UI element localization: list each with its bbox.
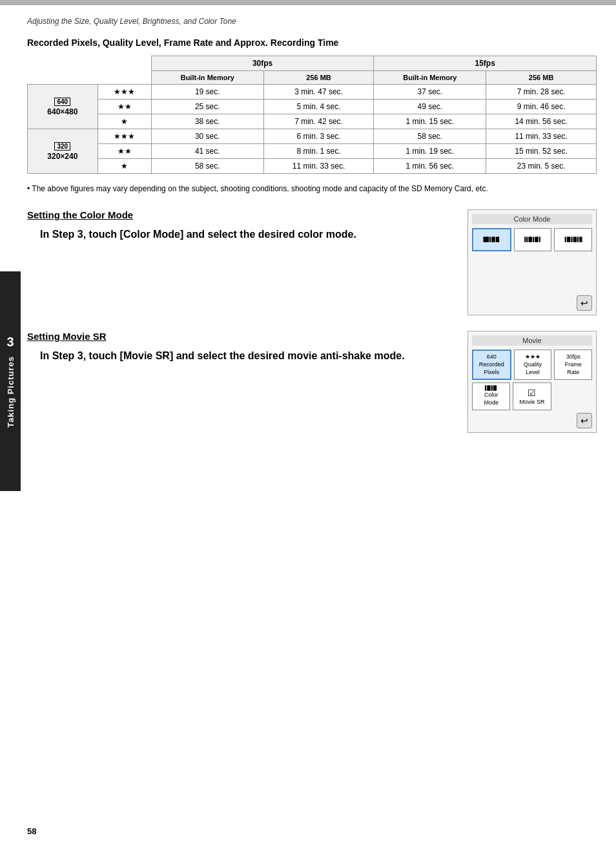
cell-640-1-3: 9 min. 46 sec. (486, 100, 597, 114)
page-subtitle: Adjusting the Size, Quality Level, Brigh… (27, 17, 597, 26)
cell-640-2-1: 7 min. 42 sec. (263, 114, 374, 129)
stars-640-2: ★ (98, 114, 151, 129)
color-mode-instruction: In Step 3, touch [Color Mode] and select… (40, 227, 455, 242)
frame-rate-line2: Frame (565, 361, 582, 369)
quality-level-line2: Quality (524, 361, 542, 369)
movie-sr-label: Movie SR (519, 399, 544, 406)
recorded-pixels-line3: Pixels (484, 369, 499, 377)
main-content: Adjusting the Size, Quality Level, Brigh… (27, 5, 597, 433)
cell-640-0-1: 3 min. 47 sec. (263, 85, 374, 100)
cell-320-0-3: 11 min. 33 sec. (486, 129, 597, 144)
quality-level-btn[interactable]: ★★★ Quality Level (514, 350, 552, 380)
barcode-icon-3: ▌█▌▌█▌▌█ (565, 237, 582, 243)
quality-level-stars: ★★★ (525, 353, 540, 361)
cell-640-1-0: 25 sec. (151, 100, 263, 114)
movie-top-row: 640 Recorded Pixels ★★★ Quality Level 30… (472, 350, 592, 380)
cell-640-2-0: 38 sec. (151, 114, 263, 129)
cell-640-0-0: 19 sec. (151, 85, 263, 100)
recorded-pixels-line1: 640 (487, 353, 497, 361)
stars-320-2: ★ (98, 159, 151, 174)
color-mode-movie-line1: Color (484, 392, 498, 399)
cell-320-0-1: 6 min. 3 sec. (263, 129, 374, 144)
color-mode-movie-line2: Mode (484, 399, 498, 407)
cell-640-2-3: 14 min. 56 sec. (486, 114, 597, 129)
cell-640-0-3: 7 min. 28 sec. (486, 85, 597, 100)
movie-back-row: ↩ (472, 413, 592, 428)
color-mode-section: Setting the Color Mode In Step 3, touch … (27, 209, 597, 315)
movie-sr-heading: Setting Movie SR (27, 331, 455, 342)
cell-320-1-2: 1 min. 19 sec. (374, 144, 486, 159)
table-note: The above figures may vary depending on … (27, 183, 597, 195)
page-number: 58 (27, 826, 36, 836)
stars-640-0: ★★★ (98, 85, 151, 100)
top-bar (0, 0, 616, 5)
frame-rate-line1: 30fps (566, 353, 580, 361)
color-mode-movie-btn[interactable]: ▌█▌▌█▌ Color Mode (472, 383, 510, 410)
fps30-header: 30fps (151, 56, 374, 71)
movie-sr-text: Setting Movie SR In Step 3, touch [Movie… (27, 331, 455, 364)
cell-640-0-2: 37 sec. (374, 85, 486, 100)
cell-320-1-3: 15 min. 52 sec. (486, 144, 597, 159)
color-mode-back-button[interactable]: ↩ (577, 295, 592, 311)
frame-rate-btn[interactable]: 30fps Frame Rate (554, 350, 592, 380)
barcode-icon-2: ▌▌█▌▌█▌▌ (524, 237, 541, 243)
cell-640-1-1: 5 min. 4 sec. (263, 100, 374, 114)
movie-panel-title: Movie (472, 335, 592, 346)
cell-320-2-3: 23 min. 5 sec. (486, 159, 597, 174)
row-label-320: 320320×240 (28, 129, 98, 174)
cell-320-2-1: 11 min. 33 sec. (263, 159, 374, 174)
row-label-640: 640640×480 (28, 85, 98, 129)
movie-back-button[interactable]: ↩ (577, 413, 592, 428)
movie-sr-panel: Movie 640 Recorded Pixels ★★★ Quality Le… (467, 331, 597, 433)
color-btn-3[interactable]: ▌█▌▌█▌▌█ (554, 228, 592, 251)
cell-640-2-2: 1 min. 15 sec. (374, 114, 486, 129)
recorded-pixels-line2: Recorded (479, 361, 504, 369)
quality-level-line3: Level (526, 369, 540, 377)
recording-time-table: 30fps 15fps Built-in Memory 256 MB Built… (27, 56, 597, 174)
table-section-heading: Recorded Pixels, Quality Level, Frame Ra… (27, 37, 597, 48)
256mb-15fps: 256 MB (486, 71, 597, 85)
stars-640-1: ★★ (98, 100, 151, 114)
color-mode-spacer (472, 254, 592, 293)
chapter-title: Taking Pictures (6, 356, 15, 428)
builtin-memory-30fps: Built-in Memory (151, 71, 263, 85)
frame-rate-line3: Rate (567, 369, 579, 377)
color-btn-1[interactable]: ██▌▌█▌█▌ (472, 228, 511, 251)
stars-320-0: ★★★ (98, 129, 151, 144)
recorded-pixels-btn[interactable]: 640 Recorded Pixels (472, 350, 511, 380)
cell-320-1-1: 8 min. 1 sec. (263, 144, 374, 159)
color-mode-buttons: ██▌▌█▌█▌ ▌▌█▌▌█▌▌ ▌█▌▌█▌▌█ (472, 228, 592, 251)
movie-sr-panel-container: Movie 640 Recorded Pixels ★★★ Quality Le… (467, 331, 597, 433)
cell-320-2-2: 1 min. 56 sec. (374, 159, 486, 174)
builtin-memory-15fps: Built-in Memory (374, 71, 486, 85)
fps15-header: 15fps (374, 56, 597, 71)
cell-320-2-0: 58 sec. (151, 159, 263, 174)
barcode-icon-1: ██▌▌█▌█▌ (483, 237, 500, 243)
stars-320-1: ★★ (98, 144, 151, 159)
chapter-number: 3 (6, 335, 14, 350)
color-mode-panel-container: Color Mode ██▌▌█▌█▌ ▌▌█▌▌█▌▌ ▌█▌▌█▌▌█ ↩ (467, 209, 597, 315)
movie-bottom-row: ▌█▌▌█▌ Color Mode ☑ Movie SR (472, 383, 592, 410)
side-tab: 3 Taking Pictures (0, 271, 21, 491)
cell-320-0-2: 58 sec. (374, 129, 486, 144)
color-mode-barcode: ▌█▌▌█▌ (485, 386, 497, 392)
movie-sr-section: Setting Movie SR In Step 3, touch [Movie… (27, 331, 597, 433)
color-btn-2[interactable]: ▌▌█▌▌█▌▌ (514, 228, 552, 251)
movie-sr-btn[interactable]: ☑ Movie SR (513, 383, 551, 410)
movie-sr-checkmark: ☑ (528, 387, 536, 399)
color-mode-panel: Color Mode ██▌▌█▌█▌ ▌▌█▌▌█▌▌ ▌█▌▌█▌▌█ ↩ (467, 209, 597, 315)
256mb-30fps: 256 MB (263, 71, 374, 85)
color-mode-panel-title: Color Mode (472, 214, 592, 224)
color-mode-text: Setting the Color Mode In Step 3, touch … (27, 209, 455, 242)
cell-320-0-0: 30 sec. (151, 129, 263, 144)
cell-320-1-0: 41 sec. (151, 144, 263, 159)
movie-sr-instruction: In Step 3, touch [Movie SR] and select t… (40, 348, 455, 364)
cell-640-1-2: 49 sec. (374, 100, 486, 114)
color-mode-heading: Setting the Color Mode (27, 209, 455, 220)
color-mode-back-row: ↩ (472, 295, 592, 311)
